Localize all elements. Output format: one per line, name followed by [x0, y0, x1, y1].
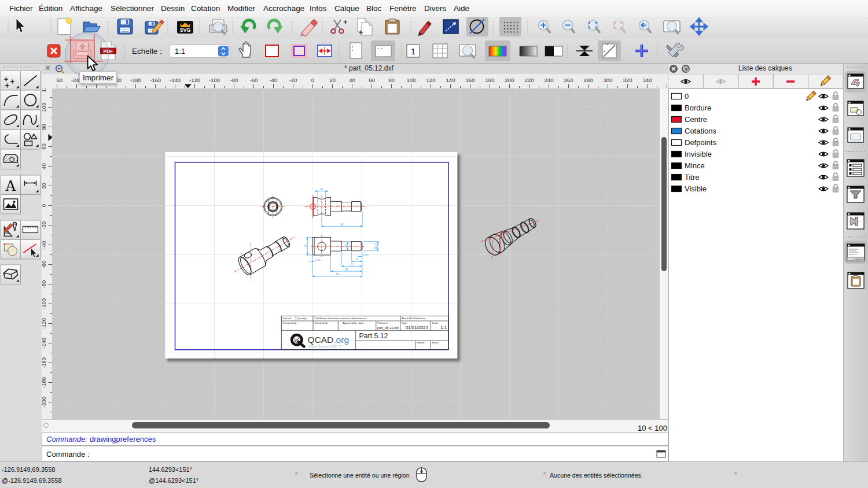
svg-text:Visible: Visible: [685, 184, 707, 193]
svg-text:80: 80: [388, 77, 395, 83]
svg-text:part_05.12.dxf: part_05.12.dxf: [377, 326, 399, 330]
svg-text:Titre: Titre: [685, 173, 700, 182]
svg-text:40: 40: [42, 163, 47, 169]
svg-text:1: 1: [411, 46, 415, 56]
svg-text:Date: Date: [402, 321, 407, 324]
svg-text:-100: -100: [42, 298, 47, 309]
svg-text:Open Source CAD ™: Open Source CAD ™: [309, 345, 341, 348]
svg-text:-140: -140: [170, 77, 181, 83]
svg-text:Quantity: Quantity: [297, 317, 307, 320]
svg-text:SVG: SVG: [179, 27, 190, 33]
svg-text:-120: -120: [42, 318, 47, 329]
svg-text:-80: -80: [230, 77, 238, 83]
svg-text:Designed by: Designed by: [283, 321, 297, 324]
svg-text:20: 20: [329, 77, 336, 83]
svg-text:-20: -20: [289, 77, 297, 83]
svg-text:50: 50: [336, 273, 339, 276]
svg-text:80: 80: [42, 124, 47, 130]
svg-text:1:1: 1:1: [175, 47, 185, 56]
svg-text:Checked by: Checked by: [314, 321, 328, 324]
svg-text:0: 0: [311, 77, 314, 83]
svg-text:-140: -140: [42, 338, 47, 349]
svg-text:-120: -120: [189, 77, 200, 83]
svg-text:220: 220: [525, 77, 534, 83]
svg-text:1x45°: 1x45°: [315, 258, 321, 261]
svg-text:20: 20: [42, 183, 47, 189]
svg-text:40: 40: [349, 77, 355, 83]
svg-text:300: 300: [604, 77, 613, 83]
svg-text:c_command: c_command: [849, 258, 865, 261]
svg-text:-20: -20: [42, 221, 47, 230]
svg-text:200: 200: [505, 77, 514, 83]
svg-text:340: 340: [643, 77, 652, 83]
svg-text:Title/Name, destination, mater: Title/Name, destination, material, dimen…: [314, 317, 367, 320]
svg-text:Part 5.12: Part 5.12: [359, 332, 388, 340]
svg-text:Article No./Reference: Article No./Reference: [402, 317, 425, 320]
svg-text:280: 280: [584, 77, 593, 83]
svg-text:100: 100: [42, 103, 47, 112]
svg-text:100: 100: [407, 77, 416, 83]
svg-text:Ø10: Ø10: [374, 243, 377, 249]
svg-text:Item ref: Item ref: [283, 317, 292, 320]
svg-text:A: A: [5, 177, 17, 194]
svg-text:Ø9: Ø9: [344, 244, 347, 247]
svg-text:120: 120: [426, 77, 436, 83]
svg-text:1x45°: 1x45°: [363, 253, 369, 256]
svg-text:41: 41: [340, 223, 344, 226]
svg-text:-180: -180: [42, 377, 47, 388]
svg-text:18: 18: [304, 245, 307, 248]
svg-text:Centre: Centre: [685, 115, 707, 124]
svg-text:240: 240: [545, 77, 554, 83]
svg-text:Mince: Mince: [685, 161, 705, 170]
svg-text:-160: -160: [150, 77, 161, 83]
svg-text:Scale: Scale: [432, 321, 438, 324]
svg-text:21: 21: [351, 263, 354, 266]
svg-text:-160: -160: [42, 357, 47, 368]
svg-text:-60: -60: [250, 77, 258, 83]
svg-text:60: 60: [369, 77, 375, 83]
svg-text:-40: -40: [270, 77, 278, 83]
svg-text:Sheet: Sheet: [432, 341, 439, 344]
svg-text:120: 120: [42, 88, 47, 92]
svg-text:Ø8: Ø8: [320, 188, 323, 191]
svg-text:Echelle :: Echelle :: [132, 47, 162, 56]
svg-text:0: 0: [685, 92, 689, 101]
svg-text:01/01/2024: 01/01/2024: [406, 325, 429, 330]
svg-text:-60: -60: [42, 261, 47, 269]
svg-text:Bordure: Bordure: [685, 103, 711, 112]
svg-text:Cotations: Cotations: [685, 127, 716, 135]
svg-text:Filename: Filename: [377, 321, 388, 324]
svg-text:Invisible: Invisible: [685, 150, 712, 158]
svg-text:Approved by - date: Approved by - date: [343, 321, 364, 324]
svg-text:140: 140: [446, 77, 455, 83]
svg-text:QCAD.org: QCAD.org: [308, 335, 350, 345]
svg-text:-200: -200: [42, 397, 47, 408]
svg-text:0: 0: [42, 204, 47, 207]
svg-text:160: 160: [466, 77, 475, 83]
svg-text:60: 60: [42, 143, 47, 150]
svg-text:320: 320: [623, 77, 632, 83]
svg-text:-80: -80: [42, 280, 47, 289]
svg-text:260: 260: [564, 77, 573, 83]
svg-text:1:1: 1:1: [440, 325, 447, 330]
svg-text:Edition: Edition: [417, 341, 425, 344]
svg-text:11: 11: [355, 258, 358, 261]
svg-text:37: 37: [345, 268, 348, 271]
svg-text:-40: -40: [42, 241, 47, 249]
svg-text:Defpoints: Defpoints: [685, 138, 716, 147]
svg-text:180: 180: [486, 77, 495, 83]
svg-text:-100: -100: [209, 77, 220, 83]
